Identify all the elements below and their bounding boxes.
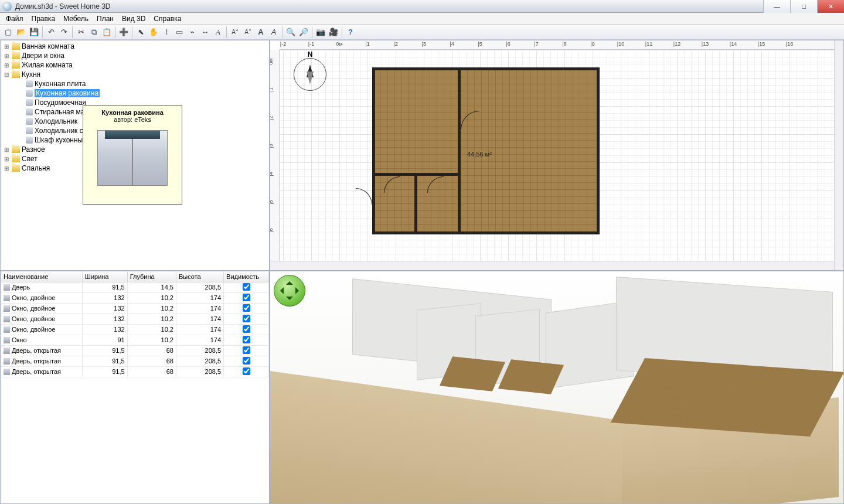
tree-category[interactable]: ⊞Жилая комната [1,60,269,70]
wall[interactable] [458,67,461,234]
add-furniture-button[interactable]: ➕ [118,26,130,38]
tree-item[interactable]: Кухонная раковина [1,88,269,98]
cell-visible[interactable] [224,303,269,314]
text-italic-button[interactable]: A [268,26,280,38]
minimize-button[interactable]: — [763,0,790,13]
tree-category[interactable]: ⊟Кухня [1,70,269,79]
wall-tool[interactable]: ⌇ [161,26,172,38]
open-button[interactable]: 📂 [15,26,27,38]
room-floor[interactable] [373,70,458,173]
undo-button[interactable]: ↶ [45,26,57,38]
cut-button[interactable]: ✂ [75,26,87,38]
visibility-checkbox[interactable] [243,283,250,291]
table-row[interactable]: Дверь, открытая91,568208,5 [1,356,269,366]
plan-scrollbar-horizontal[interactable] [270,261,834,270]
table-row[interactable]: Дверь91,514,5208,5 [1,282,269,292]
text-increase-button[interactable]: A˄ [229,26,241,38]
furniture-catalog-panel[interactable]: ⊞Ванная комната⊞Двери и окна⊞Жилая комна… [0,40,270,271]
nav3d-control[interactable] [274,275,305,307]
view3d-panel[interactable] [270,271,844,504]
text-bold-button[interactable]: A [255,26,267,38]
cell-visible[interactable] [224,345,269,356]
menu-edit[interactable]: Правка [28,13,59,24]
wall[interactable] [597,67,600,234]
text-tool[interactable]: A [212,26,224,38]
polyline-tool[interactable]: ⌁ [186,26,198,38]
table-row[interactable]: Дверь, открытая91,568208,5 [1,345,269,356]
scene3d[interactable] [270,271,843,503]
visibility-checkbox[interactable] [243,367,250,375]
photo-button[interactable]: 📷 [315,26,326,38]
expander-icon[interactable]: ⊞ [3,53,10,59]
plan-panel[interactable]: |-2|-10м|1|2|3|4|5|6|7|8|9|10|11|12|13|1… [270,40,844,271]
menu-plan[interactable]: План [93,13,117,24]
select-tool[interactable]: ⬉ [135,26,147,38]
expander-icon[interactable]: ⊞ [3,43,10,50]
col-name[interactable]: Наименование [1,271,83,282]
pan-tool[interactable]: ✋ [148,26,159,38]
compass-icon[interactable]: N [294,58,326,91]
tree-category[interactable]: ⊞Ванная комната [1,42,269,51]
close-button[interactable]: ✕ [817,0,844,13]
expander-icon[interactable]: ⊞ [3,156,10,162]
expander-icon[interactable]: ⊟ [3,71,10,78]
text-decrease-button[interactable]: A˅ [242,26,254,38]
table-row[interactable]: Окно9110,2174 [1,335,269,345]
wall[interactable] [414,173,417,234]
menu-furniture[interactable]: Мебель [60,13,92,24]
visibility-checkbox[interactable] [243,336,250,343]
visibility-checkbox[interactable] [243,304,250,312]
col-visible[interactable]: Видимость [224,271,269,282]
visibility-checkbox[interactable] [243,315,250,322]
cell-visible[interactable] [224,282,269,292]
menu-view3d[interactable]: Вид 3D [118,13,149,24]
copy-button[interactable]: ⧉ [88,26,100,38]
expander-icon[interactable]: ⊞ [3,165,10,172]
menu-file[interactable]: Файл [2,13,27,24]
cell-visible[interactable] [224,356,269,366]
visibility-checkbox[interactable] [243,357,250,365]
col-width[interactable]: Ширина [82,271,127,282]
visibility-checkbox[interactable] [243,325,250,333]
cell-visible[interactable] [224,324,269,335]
cell-visible[interactable] [224,314,269,324]
nav3d-down-icon[interactable] [286,297,293,304]
dimension-tool[interactable]: ↔ [199,26,211,38]
help-button[interactable]: ? [345,26,356,38]
visibility-checkbox[interactable] [243,346,250,354]
redo-button[interactable]: ↷ [58,26,70,38]
room-tool[interactable]: ▭ [173,26,185,38]
tree-category[interactable]: ⊞Двери и окна [1,51,269,60]
furniture-list-panel[interactable]: Наименование Ширина Глубина Высота Видим… [0,271,270,504]
table-row[interactable]: Дверь, открытая91,568208,5 [1,366,269,377]
table-row[interactable]: Окно, двойное13210,2174 [1,303,269,314]
paste-button[interactable]: 📋 [101,26,113,38]
door-swing[interactable] [356,188,372,205]
video-button[interactable]: 🎥 [328,26,339,38]
cell-visible[interactable] [224,366,269,377]
zoom-in-button[interactable]: 🔍 [285,26,297,38]
zoom-out-button[interactable]: 🔎 [298,26,309,38]
wall[interactable] [372,67,375,234]
new-button[interactable]: ▢ [2,26,14,38]
wall[interactable] [372,231,600,234]
menu-help[interactable]: Справка [150,13,185,24]
table-row[interactable]: Окно, двойное13210,2174 [1,292,269,303]
expander-icon[interactable]: ⊞ [3,147,10,153]
plan-scrollbar-vertical[interactable] [834,40,843,270]
save-button[interactable]: 💾 [28,26,40,38]
nav3d-right-icon[interactable] [295,287,302,294]
table-row[interactable]: Окно, двойное13210,2174 [1,324,269,335]
cell-visible[interactable] [224,335,269,345]
visibility-checkbox[interactable] [243,294,250,301]
furniture-table[interactable]: Наименование Ширина Глубина Высота Видим… [1,271,269,377]
maximize-button[interactable]: □ [790,0,817,13]
nav3d-left-icon[interactable] [277,287,284,294]
tree-item[interactable]: Кухонная плита [1,79,269,88]
wall[interactable] [372,67,600,70]
cell-visible[interactable] [224,292,269,303]
col-height[interactable]: Высота [176,271,223,282]
plan-canvas[interactable]: N 44,56 м² [280,50,834,261]
table-row[interactable]: Окно, двойное13210,2174 [1,314,269,324]
col-depth[interactable]: Глубина [127,271,176,282]
